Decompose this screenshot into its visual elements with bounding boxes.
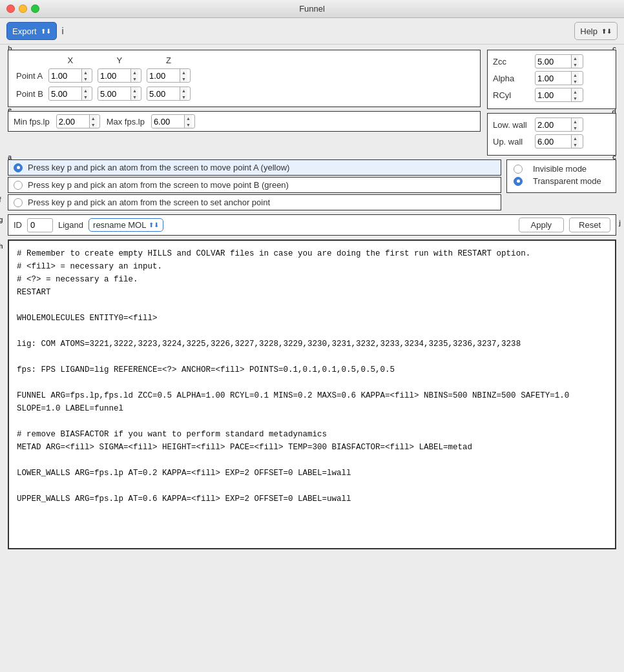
point-b-x-spinners[interactable]: ▲ ▼ (81, 87, 89, 100)
point-a-z-input[interactable]: 1.00 (147, 70, 180, 81)
resname-arrow-icon: ⬆⬇ (149, 221, 159, 229)
radio-anchor-row[interactable]: Press key p and pick an atom from the sc… (8, 194, 501, 210)
alpha-input-wrap: 1.00 ▲ ▼ (535, 71, 583, 85)
rcyl-label: RCyl (493, 90, 535, 100)
point-b-x-down[interactable]: ▼ (82, 94, 89, 100)
low-wall-down[interactable]: ▼ (572, 125, 579, 131)
label-h: h (0, 242, 3, 250)
export-button[interactable]: Export ⬆⬇ (6, 22, 57, 40)
point-a-y-input[interactable]: 1.00 (98, 70, 130, 81)
point-b-y-spinners[interactable]: ▲ ▼ (130, 87, 138, 100)
rcyl-down[interactable]: ▼ (572, 95, 579, 101)
max-fps-up[interactable]: ▲ (185, 115, 192, 121)
point-a-z-down[interactable]: ▼ (180, 76, 187, 82)
help-button[interactable]: Help ⬆⬇ (574, 22, 618, 40)
max-fps-label: Max fps.lp (107, 117, 145, 127)
min-fps-wrap: 2.00 ▲ ▼ (56, 114, 100, 128)
rcyl-spinners[interactable]: ▲ ▼ (571, 88, 579, 101)
close-button[interactable] (6, 5, 15, 13)
text-output-container: h # Remember to create empty HILLS and C… (8, 239, 616, 549)
window-controls[interactable] (6, 5, 39, 13)
mode-transparent-circle[interactable] (514, 177, 523, 186)
point-a-y-down[interactable]: ▼ (131, 76, 138, 82)
point-b-x-input[interactable]: 5.00 (49, 88, 81, 99)
alpha-up[interactable]: ▲ (572, 72, 579, 78)
point-a-z-cell: 1.00 ▲ ▼ (144, 66, 193, 85)
export-arrow-icon: ⬆⬇ (41, 28, 51, 35)
point-b-z-spinners[interactable]: ▲ ▼ (180, 87, 187, 100)
point-b-y-down[interactable]: ▼ (131, 94, 138, 100)
max-fps-down[interactable]: ▼ (185, 121, 192, 128)
point-a-y-wrap: 1.00 ▲ ▼ (98, 68, 141, 83)
up-wall-row: Up. wall 6.00 ▲ ▼ (493, 134, 610, 148)
export-label: Export (12, 26, 37, 36)
zcc-input-wrap: 5.00 ▲ ▼ (535, 54, 583, 68)
up-wall-spinners[interactable]: ▲ ▼ (571, 135, 579, 148)
radio-point-b-circle[interactable] (14, 181, 23, 190)
min-fps-down[interactable]: ▼ (90, 121, 97, 128)
mode-options-right: Invisible mode Transparent mode (506, 159, 616, 193)
zcc-up[interactable]: ▲ (572, 55, 579, 61)
min-fps-spinners[interactable]: ▲ ▼ (89, 115, 97, 128)
radio-point-b-text: Press key p and pick an atom from the sc… (28, 180, 289, 190)
low-wall-up[interactable]: ▲ (572, 118, 579, 125)
zcc-down[interactable]: ▼ (572, 61, 579, 68)
rcyl-input[interactable]: 1.00 (536, 90, 571, 101)
point-b-x-up[interactable]: ▲ (82, 87, 89, 94)
point-a-x-down[interactable]: ▼ (82, 76, 89, 82)
label-j: j (619, 219, 621, 227)
rcyl-up[interactable]: ▲ (572, 88, 579, 95)
alpha-spinners[interactable]: ▲ ▼ (571, 72, 579, 85)
point-a-z-up[interactable]: ▲ (180, 69, 187, 76)
point-a-x-up[interactable]: ▲ (82, 69, 89, 76)
point-b-y-input[interactable]: 5.00 (98, 88, 130, 99)
point-a-y-spinners[interactable]: ▲ ▼ (130, 69, 138, 82)
point-a-z-spinners[interactable]: ▲ ▼ (180, 69, 187, 82)
point-a-y-up[interactable]: ▲ (131, 69, 138, 76)
low-wall-input[interactable]: 2.00 (536, 119, 571, 130)
up-wall-down[interactable]: ▼ (572, 141, 579, 148)
radio-point-a-row[interactable]: Press key p and pick an atom from the sc… (8, 159, 501, 176)
up-wall-input-wrap: 6.00 ▲ ▼ (535, 134, 583, 148)
radio-point-a-circle[interactable] (14, 163, 23, 172)
toolbar: Export ⬆⬇ i Help ⬆⬇ (0, 18, 624, 45)
id-label: ID (14, 220, 22, 230)
maximize-button[interactable] (31, 5, 39, 13)
min-fps-up[interactable]: ▲ (90, 115, 97, 121)
zcc-input[interactable]: 5.00 (536, 56, 571, 67)
mode-invisible-circle[interactable] (514, 165, 523, 174)
title-bar: Funnel (0, 0, 624, 18)
alpha-down[interactable]: ▼ (572, 78, 579, 85)
max-fps-spinners[interactable]: ▲ ▼ (184, 115, 192, 128)
low-wall-row: Low. wall 2.00 ▲ ▼ (493, 117, 610, 132)
apply-button[interactable]: Apply (519, 218, 565, 232)
min-fps-input[interactable]: 2.00 (57, 116, 89, 127)
up-wall-input[interactable]: 6.00 (536, 136, 571, 147)
help-arrow-icon: ⬆⬇ (601, 28, 612, 35)
radio-anchor-circle[interactable] (14, 198, 23, 207)
point-b-z-down[interactable]: ▼ (180, 94, 187, 100)
point-a-x-input[interactable]: 1.00 (49, 70, 81, 81)
resname-select[interactable]: resname MOL ⬆⬇ (88, 218, 163, 232)
id-input[interactable]: 0 (27, 218, 53, 232)
point-a-x-spinners[interactable]: ▲ ▼ (81, 69, 89, 82)
point-b-y-up[interactable]: ▲ (131, 87, 138, 94)
low-wall-input-wrap: 2.00 ▲ ▼ (535, 117, 583, 132)
point-b-z-input[interactable]: 5.00 (147, 88, 180, 99)
radio-section: a Press key p and pick an atom from the … (8, 159, 616, 212)
text-output[interactable]: # Remember to create empty HILLS and COL… (8, 239, 616, 549)
ligand-bar-container: g ID 0 Ligand resname MOL ⬆⬇ Apply j Res… (8, 214, 616, 236)
mode-invisible-text: Invisible mode (533, 164, 587, 174)
mode-transparent-row[interactable]: Transparent mode (514, 176, 609, 186)
up-wall-up[interactable]: ▲ (572, 135, 579, 141)
low-wall-spinners[interactable]: ▲ ▼ (571, 118, 579, 131)
zcc-spinners[interactable]: ▲ ▼ (571, 55, 579, 68)
mode-invisible-row[interactable]: Invisible mode (514, 164, 609, 174)
minimize-button[interactable] (19, 5, 27, 13)
point-b-z-up[interactable]: ▲ (180, 87, 187, 94)
radio-point-b-row[interactable]: Press key p and pick an atom from the sc… (8, 177, 501, 193)
max-fps-input[interactable]: 6.00 (152, 116, 184, 127)
reset-button[interactable]: Reset (569, 218, 610, 232)
alpha-input[interactable]: 1.00 (536, 73, 571, 84)
ligand-bar: ID 0 Ligand resname MOL ⬆⬇ Apply j Reset (8, 214, 616, 236)
